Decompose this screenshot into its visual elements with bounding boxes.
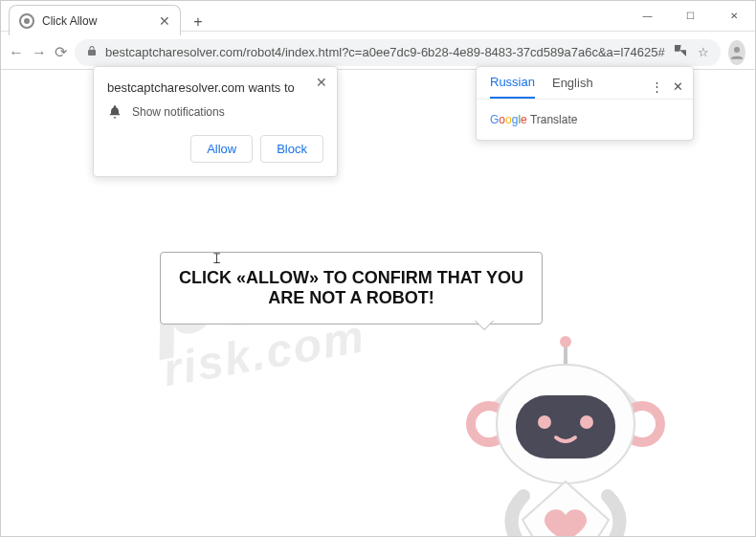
address-bar[interactable]: bestcaptcharesolver.com/robot4/index.htm… [75,39,721,66]
tab-strip: Click Allow ✕ + [1,1,211,35]
svg-point-6 [560,336,571,347]
bookmark-star-icon[interactable]: ☆ [698,45,709,59]
translate-tab-english[interactable]: English [552,76,593,98]
forward-button[interactable]: → [32,39,47,66]
translate-dialog: Russian English ⋮ ✕ Google Google Transl… [476,66,694,141]
reload-button[interactable]: ⟳ [55,39,67,66]
allow-button[interactable]: Allow [190,135,253,163]
block-button[interactable]: Block [260,135,323,163]
text-cursor-icon: 𝙸 [211,250,222,267]
translate-menu-button[interactable]: ⋮ [651,79,663,94]
robot-illustration [441,328,690,537]
svg-rect-8 [516,395,615,459]
translate-brand-label: Google Google TranslateTranslate [477,99,693,140]
window-minimize-button[interactable]: — [626,1,669,32]
window-close-button[interactable]: ✕ [712,1,755,32]
translate-omnibox-icon[interactable] [673,43,688,61]
translate-close-button[interactable]: ✕ [673,79,683,94]
back-button[interactable]: ← [9,39,24,66]
lock-icon [86,45,98,59]
tab-close-button[interactable]: ✕ [159,13,170,29]
url-text: bestcaptcharesolver.com/robot4/index.htm… [105,45,665,59]
browser-tab[interactable]: Click Allow ✕ [9,5,181,35]
translate-tab-russian[interactable]: Russian [490,75,535,99]
svg-point-9 [538,415,551,429]
svg-point-0 [734,47,740,53]
new-tab-button[interactable]: + [185,9,211,35]
svg-point-10 [580,415,593,429]
bell-icon [107,104,122,120]
permission-site-label: bestcaptcharesolver.com wants to [107,80,323,95]
tab-title: Click Allow [42,14,97,28]
tab-favicon-icon [19,13,34,29]
window-maximize-button[interactable]: ☐ [669,1,712,32]
browser-toolbar: ← → ⟳ bestcaptcharesolver.com/robot4/ind… [1,35,755,70]
speech-text: CLICK «ALLOW» TO CONFIRM THAT YOU ARE NO… [179,268,523,307]
profile-avatar-button[interactable] [728,40,745,65]
permission-description: Show notifications [132,105,225,119]
notification-permission-dialog: ✕ bestcaptcharesolver.com wants to Show … [93,66,338,177]
permission-close-button[interactable]: ✕ [316,75,327,90]
